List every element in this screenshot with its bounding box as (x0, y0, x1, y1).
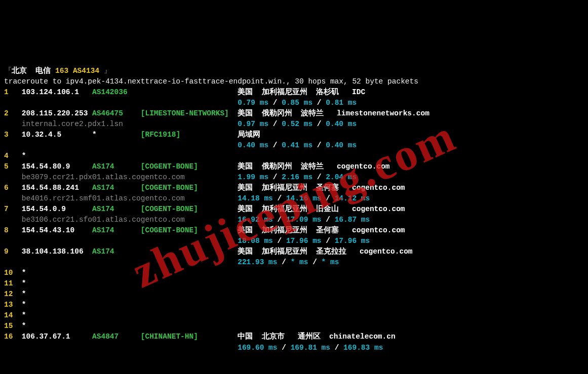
hop-row: 13 * (4, 300, 584, 310)
hop-row: 11 * (4, 278, 584, 289)
hop-row: 1 103.124.106.1 AS142036 美国 加利福尼亚州 洛杉矶 I… (4, 87, 584, 98)
hop-timing-row: 0.79 ms / 0.85 ms / 0.81 ms (4, 98, 584, 108)
hop-rtt-3: 169.83 ms (343, 344, 383, 352)
hop-row: 7 154.54.0.9 AS174 [COGENT-BONE] 美国 加利福尼… (4, 204, 584, 215)
hop-location: 美国 俄勒冈州 波特兰 cogentco.com (238, 162, 389, 171)
hop-asn: * (92, 131, 141, 139)
hop-rtt-3: 14.12 ms (335, 194, 370, 202)
hop-number: 12 (4, 290, 22, 298)
hop-timing-row: 18.08 ms / 17.96 ms / 17.96 ms (4, 236, 584, 246)
hop-rtt-1: 169.60 ms (238, 344, 277, 352)
hop-number: 14 (4, 311, 22, 319)
hop-asn: AS174 (92, 184, 141, 192)
hop-asn: AS142036 (92, 88, 141, 96)
hop-row: 14 * (4, 310, 584, 321)
terminal-output: 『北京 电信 163 AS4134 』traceroute to ipv4.pe… (4, 66, 584, 353)
title-asn: 163 AS4134 (55, 67, 99, 75)
hop-network-bracket: [COGENT-BONE] (141, 205, 238, 213)
hop-ip: 154.54.88.241 (22, 184, 92, 192)
hop-row: 5 154.54.80.9 AS174 [COGENT-BONE] 美国 俄勒冈… (4, 161, 584, 172)
hop-network-bracket: [LIMESTONE-NETWORKS] (141, 109, 238, 117)
hop-number: 1 (4, 88, 22, 96)
hop-number: 5 (4, 162, 22, 171)
hop-rtt-2: 17.96 ms (286, 237, 322, 245)
hop-row: 9 38.104.138.106 AS174 美国 加利福尼亚州 圣克拉拉 co… (4, 246, 584, 257)
hop-location: 美国 加利福尼亚州 旧金山 cogentco.com (238, 205, 405, 213)
hop-timing-row: internal.core2.pdx1.lsn 0.97 ms / 0.52 m… (4, 119, 584, 130)
hop-timeout: * (22, 322, 26, 330)
hop-ptr: internal.core2.pdx1.lsn (22, 120, 123, 128)
hop-number: 10 (4, 269, 22, 277)
hop-rtt-3: 2.04 ms (326, 173, 357, 181)
hop-asn: AS4847 (92, 333, 141, 341)
hop-asn: AS174 (92, 226, 141, 234)
hop-rtt-1: 221.93 ms (238, 258, 277, 266)
hop-number: 9 (4, 247, 22, 256)
hop-timing-row: be3106.ccr21.sfo01.atlas.cogentco.com 16… (4, 215, 584, 225)
hop-location: 局域网 (238, 131, 260, 139)
hop-row: 2 208.115.220.253 AS46475 [LIMESTONE-NET… (4, 108, 584, 119)
hop-row: 15 * (4, 321, 584, 331)
hop-number: 6 (4, 184, 22, 192)
hop-timeout: * (22, 311, 26, 319)
hop-timeout: * (22, 279, 26, 287)
hop-ip: 38.104.138.106 (22, 247, 92, 256)
hop-row: 10 * (4, 268, 584, 278)
hop-rtt-1: 18.08 ms (238, 237, 273, 245)
hop-number: 4 (4, 152, 22, 160)
traceroute-header: traceroute to ipv4.pek-4134.nexttrace-io… (4, 77, 418, 86)
title-line: 『北京 电信 163 AS4134 』 (4, 66, 584, 76)
hop-rtt-1: 0.97 ms (238, 120, 268, 128)
hop-location: 美国 加利福尼亚州 圣克拉拉 cogentco.com (238, 247, 412, 256)
hop-row: 3 10.32.4.5 * [RFC1918] 局域网 (4, 130, 584, 140)
hop-asn: AS46475 (92, 109, 141, 117)
hop-timing-row: be3079.ccr21.pdx01.atlas.cogentco.com 1.… (4, 172, 584, 183)
hop-ip: 103.124.106.1 (22, 88, 92, 96)
hop-network-bracket (141, 247, 238, 256)
hop-number: 13 (4, 301, 22, 309)
hop-ptr: be3079.ccr21.pdx01.atlas.cogentco.com (22, 173, 185, 181)
hop-number: 8 (4, 226, 22, 234)
hop-network-bracket: [COGENT-BONE] (141, 226, 238, 234)
title-location: 北京 电信 (12, 67, 55, 75)
hop-location: 美国 俄勒冈州 波特兰 limestonenetworks.com (238, 109, 429, 117)
hop-rtt-2: 0.52 ms (282, 120, 312, 128)
hop-timing-row: 0.40 ms / 0.41 ms / 0.40 ms (4, 140, 584, 151)
hop-rtt-1: 14.18 ms (238, 194, 273, 202)
traceroute-header-line: traceroute to ipv4.pek-4134.nexttrace-io… (4, 76, 584, 87)
hop-rtt-2: * ms (291, 258, 308, 266)
hop-rtt-2: 17.09 ms (286, 216, 322, 224)
hop-rtt-3: 17.96 ms (335, 237, 370, 245)
hop-timing-row: 169.60 ms / 169.81 ms / 169.83 ms (4, 343, 584, 353)
hop-rtt-3: 16.87 ms (335, 216, 370, 224)
hop-rtt-3: 0.40 ms (326, 120, 357, 128)
hop-asn: AS174 (92, 247, 141, 256)
hop-number: 3 (4, 131, 22, 139)
hop-row: 4 * (4, 151, 584, 161)
hop-row: 12 * (4, 289, 584, 300)
hop-number: 2 (4, 109, 22, 117)
hop-rtt-2: 169.81 ms (291, 344, 330, 352)
hop-number: 16 (4, 333, 22, 341)
hop-timing-row: 221.93 ms / * ms / * ms (4, 257, 584, 268)
hop-network-bracket: [CHINANET-HN] (141, 333, 238, 341)
hop-ip: 154.54.80.9 (22, 162, 92, 171)
hop-location: 美国 加利福尼亚州 洛杉矶 IDC (238, 88, 365, 96)
hop-timeout: * (22, 269, 26, 277)
hop-timeout: * (22, 290, 26, 298)
hop-rtt-3: * ms (322, 258, 339, 266)
hop-network-bracket: [COGENT-BONE] (141, 184, 238, 192)
hop-timing-row: be4016.rcr21.smf01.atlas.cogentco.com 14… (4, 193, 584, 204)
hop-number: 15 (4, 322, 22, 330)
hop-ptr: be4016.rcr21.smf01.atlas.cogentco.com (22, 194, 185, 202)
hop-rtt-1: 1.99 ms (238, 173, 268, 181)
hop-rtt-1: 0.79 ms (238, 99, 268, 107)
hop-location: 中国 北京市 通州区 chinatelecom.cn (238, 333, 395, 341)
hop-number: 11 (4, 279, 22, 287)
hop-network-bracket: [COGENT-BONE] (141, 162, 238, 171)
hop-timeout: * (22, 152, 26, 160)
hop-timeout: * (22, 301, 26, 309)
hop-ip: 10.32.4.5 (22, 131, 92, 139)
hop-ptr: be3106.ccr21.sfo01.atlas.cogentco.com (22, 216, 185, 224)
hop-rtt-1: 0.40 ms (238, 141, 268, 149)
